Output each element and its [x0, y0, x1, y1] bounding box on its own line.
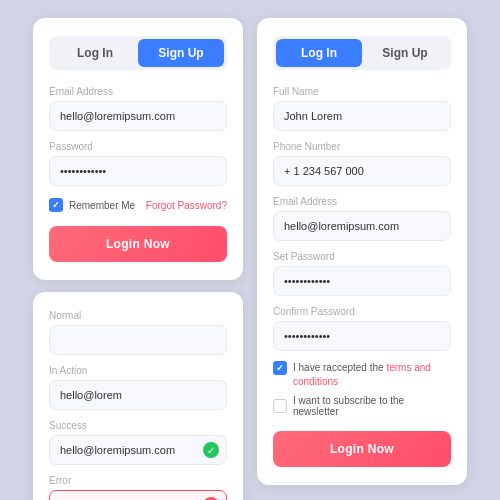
remember-checkbox[interactable]	[49, 198, 63, 212]
success-icon: ✓	[203, 442, 219, 458]
remember-left: Remember Me	[49, 198, 135, 212]
setpassword-label: Set Password	[273, 251, 451, 262]
fullname-input[interactable]	[273, 101, 451, 131]
success-label: Success	[49, 420, 227, 431]
left-column: Log In Sign Up Email Address Password Re…	[33, 18, 243, 500]
signup-card: Log In Sign Up Full Name Phone Number Em…	[257, 18, 467, 485]
tab-signup[interactable]: Sign Up	[138, 39, 224, 67]
newsletter-text: I want to subscribe to the newsletter	[293, 395, 451, 417]
error-label: Error	[49, 475, 227, 486]
newsletter-row: I want to subscribe to the newsletter	[273, 395, 451, 417]
email-label-signup: Email Address	[273, 196, 451, 207]
signup-tabs: Log In Sign Up	[273, 36, 451, 70]
terms-checkbox[interactable]	[273, 361, 287, 375]
email-input[interactable]	[49, 101, 227, 131]
normal-input[interactable]	[49, 325, 227, 355]
password-label: Password	[49, 141, 227, 152]
terms-row: I have raccepted the terms and condition…	[273, 361, 451, 389]
signup-login-button[interactable]: Login Now	[273, 431, 451, 467]
phone-input[interactable]	[273, 156, 451, 186]
forgot-password-link[interactable]: Forgot Password?	[146, 200, 227, 211]
password-input[interactable]	[49, 156, 227, 186]
phone-label: Phone Number	[273, 141, 451, 152]
login-card: Log In Sign Up Email Address Password Re…	[33, 18, 243, 280]
confirmpassword-input[interactable]	[273, 321, 451, 351]
in-action-input[interactable]	[49, 380, 227, 410]
tab-login[interactable]: Log In	[52, 39, 138, 67]
remember-row: Remember Me Forgot Password?	[49, 198, 227, 212]
success-input[interactable]	[49, 435, 227, 465]
right-column: Log In Sign Up Full Name Phone Number Em…	[257, 18, 467, 485]
email-input-signup[interactable]	[273, 211, 451, 241]
newsletter-checkbox[interactable]	[273, 399, 287, 413]
error-input[interactable]	[49, 490, 227, 500]
in-action-label: In Action	[49, 365, 227, 376]
error-wrapper: ✕	[49, 490, 227, 500]
tab-signup-signup[interactable]: Sign Up	[362, 39, 448, 67]
login-now-button[interactable]: Login Now	[49, 226, 227, 262]
setpassword-input[interactable]	[273, 266, 451, 296]
terms-text: I have raccepted the terms and condition…	[293, 361, 451, 389]
fullname-label: Full Name	[273, 86, 451, 97]
email-label: Email Address	[49, 86, 227, 97]
states-card: Normal In Action Success ✓ Error ✕ Wrong…	[33, 292, 243, 500]
login-tabs: Log In Sign Up	[49, 36, 227, 70]
tab-login-signup[interactable]: Log In	[276, 39, 362, 67]
normal-label: Normal	[49, 310, 227, 321]
confirmpassword-label: Confirm Password	[273, 306, 451, 317]
success-wrapper: ✓	[49, 435, 227, 465]
remember-label: Remember Me	[69, 200, 135, 211]
